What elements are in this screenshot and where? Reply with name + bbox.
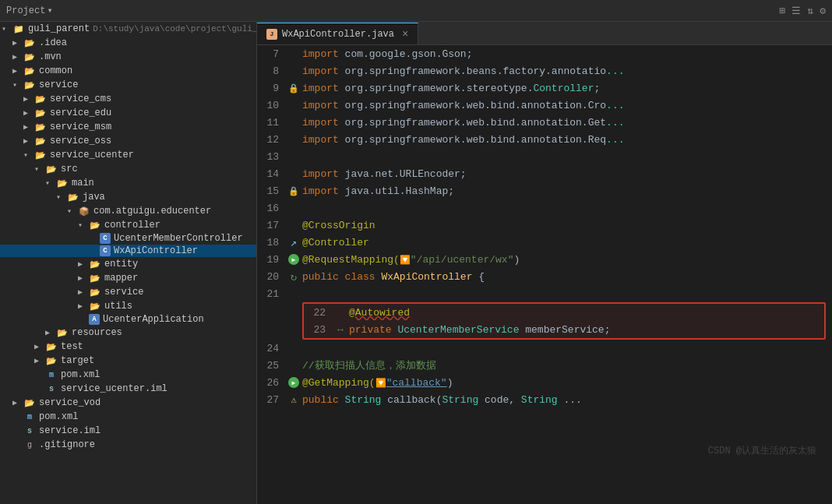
folder-icon: 📂 xyxy=(34,107,47,119)
code-line-27: 27 ⚠ public String callback(String code,… xyxy=(257,391,832,408)
git-icon: g xyxy=(23,439,36,451)
line-gutter: 🔒 xyxy=(285,186,302,196)
line-number: 10 xyxy=(257,100,285,111)
tree-item-guli-parent[interactable]: ▾ 📁 guli_parent D:\study\java\code\proje… xyxy=(0,22,256,36)
tree-item-main[interactable]: ▾ 📂 main xyxy=(0,176,256,190)
line-code: import org.springframework.web.bind.anno… xyxy=(302,134,832,146)
folder-icon: 📂 xyxy=(67,191,79,203)
tree-label: service_msm xyxy=(50,122,111,132)
tree-item-test[interactable]: ▶ 📂 test xyxy=(0,340,256,354)
refactor-icon: ↔ xyxy=(337,324,344,336)
arrow-icon: ▾ xyxy=(34,164,45,174)
tree-item-idea[interactable]: ▶ 📂 .idea xyxy=(0,36,256,50)
code-editor[interactable]: 7 import com.google.gson.Gson; 8 import … xyxy=(257,45,832,504)
tree-item-pom-ucenter[interactable]: m pom.xml xyxy=(0,368,256,382)
folder-icon: 📂 xyxy=(89,258,101,270)
tab-bar: J WxApiController.java × xyxy=(257,22,832,45)
line-code: import org.springframework.web.bind.anno… xyxy=(302,117,832,129)
line-code: private UcenterMemberService memberServi… xyxy=(349,324,824,336)
arrow-icon: ▶ xyxy=(78,259,89,269)
tree-item-ucenter-app[interactable]: A UcenterApplication xyxy=(0,313,256,326)
tree-label: mapper xyxy=(104,273,138,284)
tree-label: service_ucenter xyxy=(50,150,134,160)
folder-icon: 📂 xyxy=(56,326,69,339)
tree-label: src xyxy=(61,164,78,174)
line-number: 22 xyxy=(304,307,332,319)
line-code: import java.util.HashMap; xyxy=(302,185,832,197)
class-icon: C xyxy=(100,233,111,244)
arrow-icon: ▶ xyxy=(23,108,34,118)
tree-item-utils[interactable]: ▶ 📂 utils xyxy=(0,299,256,313)
tree-item-wx-api-controller[interactable]: C WxApiController xyxy=(0,245,256,257)
tree-label: .idea xyxy=(39,37,67,48)
tree-label: guli_parent xyxy=(28,23,90,34)
tree-item-service-edu[interactable]: ▶ 📂 service_edu xyxy=(0,106,256,120)
tree-item-service[interactable]: ▾ 📂 service xyxy=(0,78,256,92)
run-icon[interactable]: ▶ xyxy=(288,254,299,265)
tree-item-target[interactable]: ▶ 📂 target xyxy=(0,354,256,368)
folder-icon: 📂 xyxy=(89,272,101,284)
layout-icon[interactable]: ⊞ xyxy=(780,5,786,17)
top-bar: Project ▾ ⊞ ☰ ⇅ ⚙ xyxy=(0,0,832,22)
tree-item-service-ucenter[interactable]: ▾ 📂 service_ucenter xyxy=(0,148,256,162)
folder-icon: 📂 xyxy=(89,300,101,312)
arrow-icon: ▶ xyxy=(23,136,34,146)
tree-item-service-vod[interactable]: ▶ 📂 service_vod xyxy=(0,396,256,410)
tree-item-entity[interactable]: ▶ 📂 entity xyxy=(0,257,256,271)
tree-label: service.iml xyxy=(39,425,100,436)
folder-icon: 📂 xyxy=(89,219,101,231)
list-icon[interactable]: ☰ xyxy=(791,5,801,17)
tree-item-ucenter-member-controller[interactable]: C UcenterMemberController xyxy=(0,232,256,245)
arrow-icon: ▾ xyxy=(12,80,23,90)
tree-label: service_oss xyxy=(50,136,111,146)
run-icon[interactable]: ▶ xyxy=(288,377,299,388)
project-label: Project xyxy=(6,5,45,16)
tree-item-service-cms[interactable]: ▶ 📂 service_cms xyxy=(0,92,256,106)
line-number: 27 xyxy=(257,394,285,406)
folder-icon: 📂 xyxy=(89,286,101,298)
tree-item-service2[interactable]: ▶ 📂 service xyxy=(0,285,256,299)
folder-icon: 📂 xyxy=(34,93,47,105)
project-dropdown-icon[interactable]: ▾ xyxy=(47,5,52,16)
tree-item-controller[interactable]: ▾ 📂 controller xyxy=(0,218,256,232)
tree-item-pom-root[interactable]: m pom.xml xyxy=(0,410,256,424)
tree-item-resources[interactable]: ▶ 📂 resources xyxy=(0,326,256,340)
xml-icon: m xyxy=(45,368,58,381)
tree-item-mapper[interactable]: ▶ 📂 mapper xyxy=(0,271,256,285)
tab-close-icon[interactable]: × xyxy=(402,29,408,40)
line-code: //获取扫描人信息，添加数据 xyxy=(302,358,832,372)
tree-item-mvn[interactable]: ▶ 📂 .mvn xyxy=(0,50,256,64)
top-bar-icons: ⊞ ☰ ⇅ ⚙ xyxy=(780,5,826,17)
sort-icon[interactable]: ⇅ xyxy=(807,5,813,17)
code-line-8: 8 import org.springframework.beans.facto… xyxy=(257,62,832,79)
tree-item-service-ucenter-iml[interactable]: s service_ucenter.iml xyxy=(0,382,256,396)
line-number: 9 xyxy=(257,83,285,94)
line-number: 21 xyxy=(257,288,285,300)
code-line-19: 19 ▶ @RequestMapping(🔽"/api/ucenter/wx") xyxy=(257,251,832,268)
settings-icon[interactable]: ⚙ xyxy=(820,5,826,17)
tree-item-common[interactable]: ▶ 📂 common xyxy=(0,64,256,78)
tree-item-gitignore[interactable]: g .gitignore xyxy=(0,438,256,452)
tree-item-src[interactable]: ▾ 📂 src xyxy=(0,162,256,176)
tree-item-service-msm[interactable]: ▶ 📂 service_msm xyxy=(0,120,256,134)
line-code xyxy=(302,203,832,214)
tree-path: D:\study\java\code\project\guli_parent xyxy=(93,24,256,33)
line-code: public class WxApiController { xyxy=(302,271,832,283)
tree-item-service-oss[interactable]: ▶ 📂 service_oss xyxy=(0,134,256,148)
tree-item-service-iml[interactable]: s service.iml xyxy=(0,424,256,438)
code-line-25: 25 //获取扫描人信息，添加数据 xyxy=(257,357,832,374)
line-code: import org.springframework.stereotype.Co… xyxy=(302,83,832,94)
folder-icon: 📁 xyxy=(12,23,25,35)
code-line-11: 11 import org.springframework.web.bind.a… xyxy=(257,114,832,131)
folder-icon: 📂 xyxy=(23,65,36,77)
code-line-15: 15 🔒 import java.util.HashMap; xyxy=(257,182,832,199)
info-icon: ↻ xyxy=(291,270,297,284)
code-line-17: 17 @CrossOrigin xyxy=(257,217,832,234)
tree-item-java[interactable]: ▾ 📂 java xyxy=(0,190,256,204)
tree-label: .mvn xyxy=(39,51,62,62)
tab-wx-api-controller[interactable]: J WxApiController.java × xyxy=(257,23,418,44)
line-gutter: ▶ xyxy=(285,254,302,265)
code-line-22: 22 @Autowired xyxy=(304,304,824,321)
tree-item-com-pkg[interactable]: ▾ 📦 com.atguigu.educenter xyxy=(0,204,256,218)
tree-label: UcenterApplication xyxy=(103,314,204,325)
